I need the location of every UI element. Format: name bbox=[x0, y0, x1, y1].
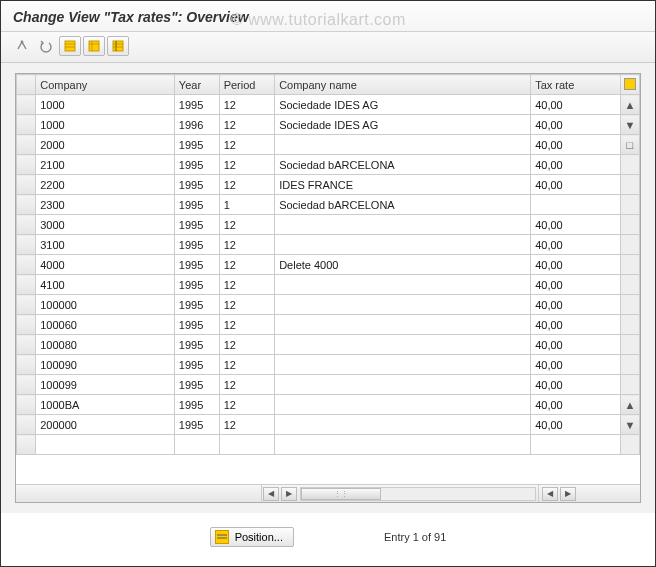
row-selector[interactable] bbox=[17, 295, 36, 315]
scroll-left-icon[interactable]: ◀ bbox=[263, 487, 279, 501]
row-selector-header[interactable] bbox=[17, 75, 36, 95]
cell-year[interactable]: 1995 bbox=[174, 295, 219, 315]
col-header-period[interactable]: Period bbox=[219, 75, 274, 95]
cell-tax-rate[interactable]: 40,00 bbox=[531, 395, 621, 415]
cell-year[interactable]: 1996 bbox=[174, 115, 219, 135]
cell-company[interactable]: 100099 bbox=[36, 375, 175, 395]
cell-company[interactable]: 2200 bbox=[36, 175, 175, 195]
cell-year[interactable]: 1995 bbox=[174, 375, 219, 395]
cell-company[interactable]: 3100 bbox=[36, 235, 175, 255]
cell-period[interactable]: 12 bbox=[219, 175, 274, 195]
cell-period[interactable]: 12 bbox=[219, 155, 274, 175]
cell-company-name[interactable] bbox=[275, 235, 531, 255]
cell-company-name[interactable] bbox=[275, 315, 531, 335]
other-view-icon[interactable] bbox=[11, 36, 33, 56]
new-entries-icon[interactable] bbox=[59, 36, 81, 56]
scroll-right-icon[interactable]: ▶ bbox=[281, 487, 297, 501]
cell-tax-rate[interactable]: 40,00 bbox=[531, 115, 621, 135]
cell-company-name[interactable]: Sociedad bARCELONA bbox=[275, 155, 531, 175]
cell-period[interactable]: 12 bbox=[219, 215, 274, 235]
cell-tax-rate[interactable]: 40,00 bbox=[531, 215, 621, 235]
cell-year[interactable]: 1995 bbox=[174, 175, 219, 195]
row-selector[interactable] bbox=[17, 415, 36, 435]
row-selector[interactable] bbox=[17, 175, 36, 195]
cell-tax-rate[interactable]: 40,00 bbox=[531, 415, 621, 435]
row-selector[interactable] bbox=[17, 235, 36, 255]
cell-company[interactable]: 2100 bbox=[36, 155, 175, 175]
cell-period[interactable]: 12 bbox=[219, 395, 274, 415]
col-header-company[interactable]: Company bbox=[36, 75, 175, 95]
cell-period[interactable]: 12 bbox=[219, 275, 274, 295]
cell-year[interactable]: 1995 bbox=[174, 275, 219, 295]
cell-company-name[interactable]: IDES FRANCE bbox=[275, 175, 531, 195]
cell-company[interactable]: 1000 bbox=[36, 115, 175, 135]
row-selector[interactable] bbox=[17, 355, 36, 375]
vscroll-cell[interactable] bbox=[620, 255, 639, 275]
cell-company-name[interactable] bbox=[275, 335, 531, 355]
cell-year[interactable]: 1995 bbox=[174, 335, 219, 355]
cell-company[interactable]: 100080 bbox=[36, 335, 175, 355]
vscroll-cell[interactable] bbox=[620, 155, 639, 175]
row-selector[interactable] bbox=[17, 135, 36, 155]
position-button[interactable]: Position... bbox=[210, 527, 294, 547]
cell-company-name[interactable]: Delete 4000 bbox=[275, 255, 531, 275]
cell-year[interactable]: 1995 bbox=[174, 135, 219, 155]
cell-tax-rate[interactable]: 40,00 bbox=[531, 315, 621, 335]
cell-period[interactable]: 12 bbox=[219, 255, 274, 275]
cell-company-name[interactable]: Sociedade IDES AG bbox=[275, 115, 531, 135]
undo-icon[interactable] bbox=[35, 36, 57, 56]
scroll-right-2-icon[interactable]: ▶ bbox=[560, 487, 576, 501]
copy-icon[interactable] bbox=[83, 36, 105, 56]
cell-company-name[interactable] bbox=[275, 135, 531, 155]
vscroll-cell[interactable] bbox=[620, 375, 639, 395]
vscroll-cell[interactable]: ▼ bbox=[620, 415, 639, 435]
cell-company[interactable]: 200000 bbox=[36, 415, 175, 435]
cell-tax-rate[interactable]: 40,00 bbox=[531, 175, 621, 195]
cell-company-name[interactable]: Sociedade IDES AG bbox=[275, 95, 531, 115]
cell-company-name[interactable] bbox=[275, 395, 531, 415]
row-selector[interactable] bbox=[17, 255, 36, 275]
cell-year[interactable]: 1995 bbox=[174, 355, 219, 375]
vscroll-cell[interactable] bbox=[620, 295, 639, 315]
cell-year[interactable]: 1995 bbox=[174, 315, 219, 335]
vscroll-cell[interactable] bbox=[620, 275, 639, 295]
row-selector[interactable] bbox=[17, 315, 36, 335]
row-selector[interactable] bbox=[17, 155, 36, 175]
cell-tax-rate[interactable]: 40,00 bbox=[531, 155, 621, 175]
cell-tax-rate[interactable]: 40,00 bbox=[531, 235, 621, 255]
cell-company-name[interactable] bbox=[275, 355, 531, 375]
cell-company-name[interactable] bbox=[275, 375, 531, 395]
row-selector[interactable] bbox=[17, 275, 36, 295]
vscroll-cell[interactable] bbox=[620, 195, 639, 215]
col-header-tax-rate[interactable]: Tax rate bbox=[531, 75, 621, 95]
cell-period[interactable]: 12 bbox=[219, 375, 274, 395]
vscroll-cell[interactable]: ▲ bbox=[620, 395, 639, 415]
vscroll-cell[interactable] bbox=[620, 215, 639, 235]
cell-period[interactable]: 12 bbox=[219, 315, 274, 335]
row-selector[interactable] bbox=[17, 95, 36, 115]
cell-company[interactable]: 4000 bbox=[36, 255, 175, 275]
cell-period[interactable]: 12 bbox=[219, 235, 274, 255]
cell-company-name[interactable] bbox=[275, 215, 531, 235]
cell-year[interactable]: 1995 bbox=[174, 95, 219, 115]
vscroll-cell[interactable]: □ bbox=[620, 135, 639, 155]
vscroll-cell[interactable] bbox=[620, 355, 639, 375]
row-selector[interactable] bbox=[17, 195, 36, 215]
cell-company-name[interactable] bbox=[275, 295, 531, 315]
cell-period[interactable]: 1 bbox=[219, 195, 274, 215]
cell-period[interactable]: 12 bbox=[219, 95, 274, 115]
vscroll-cell[interactable]: ▲ bbox=[620, 95, 639, 115]
vscroll-cell[interactable]: ▼ bbox=[620, 115, 639, 135]
row-selector[interactable] bbox=[17, 375, 36, 395]
scroll-left-2-icon[interactable]: ◀ bbox=[542, 487, 558, 501]
cell-tax-rate[interactable]: 40,00 bbox=[531, 135, 621, 155]
cell-year[interactable]: 1995 bbox=[174, 215, 219, 235]
cell-company[interactable]: 2300 bbox=[36, 195, 175, 215]
cell-company[interactable]: 1000BA bbox=[36, 395, 175, 415]
cell-company[interactable]: 2000 bbox=[36, 135, 175, 155]
cell-tax-rate[interactable]: 40,00 bbox=[531, 275, 621, 295]
cell-tax-rate[interactable]: 40,00 bbox=[531, 375, 621, 395]
row-selector[interactable] bbox=[17, 215, 36, 235]
cell-period[interactable]: 12 bbox=[219, 115, 274, 135]
cell-year[interactable]: 1995 bbox=[174, 155, 219, 175]
